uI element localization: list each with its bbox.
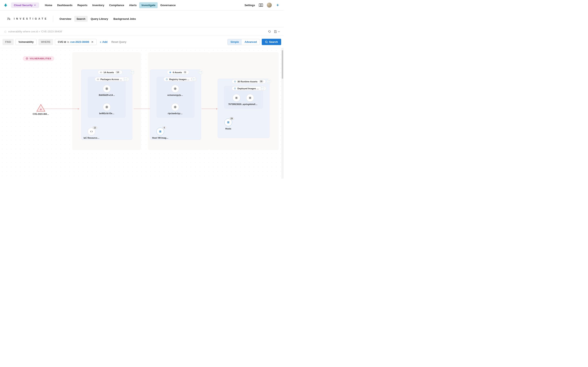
pill-code-assets[interactable]: 14 Assets 14 [98, 70, 122, 75]
user-avatar[interactable] [267, 3, 272, 8]
keyword-where: WHERE [38, 39, 53, 45]
condition-chip[interactable]: CVE Id is cve-2023-38408 ✕ [55, 39, 96, 45]
reset-query-button[interactable]: Reset Query [111, 41, 126, 43]
condition-operator: is [67, 41, 69, 43]
target-icon [26, 57, 28, 60]
tab-query-library[interactable]: Query Library [88, 16, 110, 22]
sparkle-icon[interactable] [276, 3, 280, 7]
add-label: Add [102, 40, 107, 43]
collapse-deploy-registry[interactable]: ⛶ [192, 77, 196, 81]
keyword-find: FIND [2, 39, 14, 45]
tab-background-jobs[interactable]: Background Jobs [111, 16, 138, 22]
node-code-pkg-1[interactable]: 3bb55d29-e14… [100, 85, 114, 96]
svg-rect-9 [106, 88, 107, 89]
tab-search[interactable]: Search [74, 16, 87, 22]
product-switcher[interactable]: Cloud Security [11, 2, 39, 8]
svg-point-3 [265, 41, 267, 43]
svg-point-0 [277, 4, 278, 6]
cpu-icon [227, 121, 230, 124]
pill-deploy-assets[interactable]: 6 Assets 6 [167, 70, 189, 75]
cpu-icon [165, 78, 168, 81]
undo-icon[interactable] [268, 30, 271, 33]
page-title: INVESTIGATE [14, 17, 48, 20]
cpu-icon [234, 80, 236, 83]
node-hosts[interactable]: 28 Hosts [221, 118, 235, 130]
cpu-icon [173, 87, 177, 90]
nav-alerts[interactable]: Alerts [127, 2, 139, 8]
sub-nav: Overview Search Query Library Background… [53, 16, 138, 22]
node-run-img-1[interactable]: 767399230204… [229, 94, 243, 105]
node-deploy-img-2[interactable]: ripclawbr/py… [168, 103, 182, 115]
nav-governance[interactable]: Governance [158, 2, 178, 8]
save-chevron-icon[interactable] [278, 31, 280, 33]
nav-inventory[interactable]: Inventory [90, 2, 107, 8]
alert-triangle-icon [36, 104, 45, 112]
svg-rect-21 [234, 81, 236, 82]
nav-dashboards[interactable]: Dashboards [55, 2, 75, 8]
cpu-icon [249, 96, 252, 100]
svg-rect-11 [106, 107, 107, 108]
docs-icon[interactable] [259, 3, 263, 7]
collapse-run-runtime[interactable]: ⛶ [267, 79, 271, 83]
svg-point-5 [27, 58, 27, 59]
code-icon [97, 78, 99, 81]
svg-point-7 [41, 109, 41, 110]
collapse-deploy-assets[interactable]: ⛶ [199, 70, 203, 75]
node-run-img-2[interactable]: spring4shell… [243, 94, 257, 105]
svg-rect-24 [236, 98, 237, 98]
collapse-run-deployed[interactable]: ⛶ [260, 86, 265, 91]
cpu-icon [105, 87, 108, 90]
filter-icon[interactable] [7, 17, 10, 20]
collapse-code-packages[interactable]: ⛶ [123, 77, 128, 81]
vuln-node-label: CVE-2023-384… [33, 113, 49, 115]
nav-compliance[interactable]: Compliance [107, 2, 127, 8]
tab-overview[interactable]: Overview [57, 16, 73, 22]
svg-rect-26 [250, 98, 251, 98]
search-icon [265, 41, 268, 43]
svg-rect-13 [170, 72, 171, 73]
node-code-pkg-2[interactable]: be992cfd-f3e… [100, 103, 114, 115]
svg-rect-14 [166, 79, 167, 80]
nav-reports[interactable]: Reports [75, 2, 90, 8]
code-icon [90, 130, 93, 133]
scroll-thumb[interactable] [282, 50, 283, 79]
vertical-scrollbar[interactable] [281, 48, 284, 179]
product-name: Cloud Security [14, 4, 33, 7]
cpu-icon [105, 105, 108, 109]
condition-value: cve-2023-38408 [70, 41, 89, 43]
svg-rect-28 [228, 122, 229, 123]
add-condition-button[interactable]: + Add [100, 40, 107, 44]
cpu-icon [173, 105, 177, 109]
settings-link[interactable]: Settings [245, 4, 255, 7]
bug-icon [4, 30, 7, 33]
vulnerability-node[interactable]: CVE-2023-384… [33, 104, 49, 115]
primary-nav: Home Dashboards Reports Inventory Compli… [43, 2, 178, 8]
svg-rect-20 [160, 131, 161, 132]
cpu-icon [169, 71, 172, 74]
graph-canvas[interactable]: VULNERABILITIES CODE & BUILD DEPLOY RUN … [0, 48, 284, 179]
node-deploy-img-1[interactable]: octoenergy/p… [168, 85, 182, 96]
stage-vulnerabilities: VULNERABILITIES [23, 56, 54, 61]
search-button[interactable]: Search [262, 39, 281, 45]
mode-simple[interactable]: Simple [228, 39, 242, 45]
pill-run-runtime[interactable]: 30 Runtime Assets 30 [232, 79, 266, 83]
save-icon[interactable] [274, 30, 277, 33]
nav-home[interactable]: Home [43, 2, 54, 8]
collapse-code-assets[interactable]: ⛶ [130, 70, 135, 75]
cpu-icon [234, 87, 236, 90]
entity-chip[interactable]: Vulnerability [16, 39, 36, 45]
svg-point-2 [4, 31, 6, 33]
arrow-3 [201, 109, 218, 109]
nav-investigate[interactable]: Investigate [139, 2, 158, 8]
node-host-vm-images[interactable]: 4 Host VM Imag… [153, 128, 167, 139]
brand-logo-icon [4, 3, 8, 7]
mode-advanced[interactable]: Advanced [242, 39, 260, 45]
remove-condition-icon[interactable]: ✕ [91, 40, 94, 44]
node-iac-resources[interactable]: 12 IaC Resource… [84, 128, 99, 139]
condition-field: CVE Id [58, 41, 66, 43]
chevron-down-icon [34, 4, 36, 6]
svg-point-1 [9, 19, 10, 20]
search-label: Search [269, 40, 278, 43]
mode-toggle: Simple Advanced [227, 39, 260, 45]
cpu-icon [159, 130, 162, 133]
